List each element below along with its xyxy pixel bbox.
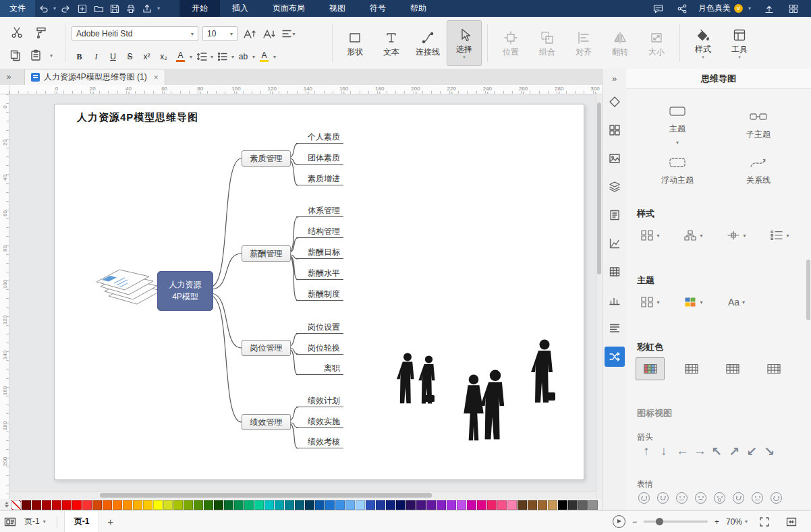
mindmap-leaf[interactable]: 团体素质 (296, 151, 343, 165)
emoji-face-icon[interactable] (695, 492, 706, 504)
image-library-icon[interactable] (605, 148, 625, 169)
mindmap-leaf[interactable]: 薪酬目标 (296, 245, 343, 259)
shape-library-icon[interactable] (605, 92, 625, 112)
mindmap-leaf[interactable]: 绩效计划 (296, 394, 343, 407)
export-dropdown-caret[interactable]: ▾ (155, 5, 162, 11)
page-view-icon[interactable] (0, 516, 20, 527)
vertical-scrollbar-thumb[interactable] (597, 102, 601, 274)
color-swatch[interactable] (275, 500, 284, 510)
arrow-icon[interactable]: ↘ (764, 444, 775, 459)
arrow-icon[interactable]: ← (676, 444, 687, 459)
mindmap-central-node[interactable]: 人力资源 4P模型 (157, 271, 213, 311)
user-dropdown-caret[interactable]: ▾ (746, 5, 753, 11)
color-swatch[interactable] (386, 500, 395, 510)
color-swatch[interactable] (396, 500, 406, 510)
group-button[interactable]: 组合 (530, 20, 565, 66)
mindmap-leaf[interactable]: 素质增进 (296, 172, 343, 185)
layers-icon[interactable] (605, 177, 625, 197)
theme-colors-dropdown[interactable]: ▾ (679, 291, 708, 314)
redo-button[interactable] (58, 0, 74, 17)
color-swatch[interactable] (315, 500, 325, 510)
presentation-play-button[interactable] (613, 515, 625, 528)
user-account[interactable]: 月色真美 V ▾ (698, 3, 753, 14)
bar-chart-icon[interactable] (605, 290, 625, 310)
color-swatch[interactable] (497, 500, 507, 510)
bullet-list-caret[interactable]: ▾ (231, 54, 234, 60)
save-button[interactable] (107, 0, 123, 17)
decrease-font-button[interactable] (261, 26, 277, 41)
ribbon-tab-page-layout[interactable]: 页面布局 (260, 0, 317, 17)
color-swatch[interactable] (214, 500, 223, 510)
panel-collapse-chevrons[interactable]: » (603, 69, 626, 88)
color-swatch[interactable] (42, 500, 51, 510)
paste-dropdown-caret[interactable]: ▾ (50, 53, 53, 59)
underline-button[interactable]: U (105, 49, 121, 64)
ribbon-tab-symbols[interactable]: 符号 (358, 0, 398, 17)
color-swatch[interactable] (578, 500, 588, 510)
color-swatch[interactable] (528, 500, 537, 510)
color-swatch[interactable] (376, 500, 385, 510)
emoji-face-icon[interactable] (733, 492, 744, 504)
ribbon-tab-home[interactable]: 开始 (179, 0, 220, 17)
palette-scroll-buttons[interactable] (2, 500, 11, 510)
drawing-canvas[interactable]: 人力资源4P模型思维导图 人力资源 4P模型 素质管理 薪酬管理 岗位管理 绩效… (9, 94, 596, 499)
highlight-caret[interactable]: ▾ (273, 54, 276, 60)
color-swatch[interactable] (254, 500, 264, 510)
icon-view-section-label[interactable]: 图标视图 (637, 407, 672, 419)
color-swatch[interactable] (548, 500, 557, 510)
mindmap-title[interactable]: 人力资源4P模型思维导图 (77, 111, 198, 124)
palette-scroll-down-icon[interactable] (5, 505, 9, 508)
color-swatch[interactable] (72, 500, 82, 510)
color-swatch[interactable] (467, 500, 476, 510)
connector-button[interactable]: 连接线 (410, 20, 445, 66)
mindmap-leaf[interactable]: 绩效实施 (296, 415, 343, 428)
no-fill-swatch[interactable] (11, 500, 21, 510)
connector-style-dropdown[interactable]: ▾ (722, 224, 751, 247)
color-swatch[interactable] (305, 500, 314, 510)
color-swatch[interactable] (457, 500, 466, 510)
line-spacing-caret[interactable]: ▾ (211, 54, 213, 60)
color-swatch[interactable] (123, 500, 132, 510)
zoom-level[interactable]: 70% ▾ (726, 517, 748, 527)
clipart-library-icon[interactable] (605, 120, 625, 140)
undo-dropdown-caret[interactable]: ▾ (51, 5, 58, 11)
fullscreen-icon[interactable] (754, 516, 775, 527)
ribbon-tab-insert[interactable]: 插入 (220, 0, 260, 17)
color-swatch[interactable] (477, 500, 486, 510)
color-swatch[interactable] (204, 500, 213, 510)
font-color-caret[interactable]: ▾ (190, 54, 192, 60)
subscript-button[interactable]: x₂ (156, 49, 171, 64)
relationship-line-button[interactable]: 关系线 (721, 150, 796, 191)
close-tab-icon[interactable]: × (154, 73, 159, 82)
font-color-button[interactable]: A (173, 49, 188, 64)
paste-button[interactable] (30, 49, 42, 61)
zoom-in-button[interactable]: + (715, 517, 719, 527)
shapes-button[interactable]: 形状 (337, 20, 372, 66)
color-swatch[interactable] (173, 500, 183, 510)
italic-button[interactable]: I (88, 49, 104, 64)
color-swatch[interactable] (426, 500, 436, 510)
color-swatch[interactable] (325, 500, 335, 510)
bullet-list-button[interactable] (215, 49, 230, 64)
color-swatch[interactable] (103, 500, 112, 510)
color-swatch[interactable] (356, 500, 365, 510)
select-button[interactable]: 选择 ▾ (447, 20, 482, 66)
rainbow-option-1[interactable] (636, 357, 665, 380)
tab-list-chevrons[interactable]: » (0, 72, 18, 82)
color-swatch[interactable] (82, 500, 92, 510)
canvas-horizontal-scrollbar[interactable] (9, 491, 596, 499)
arrow-icon[interactable]: ↗ (729, 444, 739, 459)
color-swatch[interactable] (234, 500, 244, 510)
mindmap-leaf[interactable]: 体系管理 (296, 204, 343, 217)
arrow-icon[interactable]: ↑ (641, 444, 652, 459)
palette-scroll-up-icon[interactable] (5, 502, 9, 504)
rainbow-option-4[interactable] (759, 357, 788, 380)
style-button[interactable]: 样式 ▾ (686, 20, 721, 66)
document-page[interactable]: 人力资源4P模型思维导图 人力资源 4P模型 素质管理 薪酬管理 岗位管理 绩效… (54, 104, 584, 480)
cut-button[interactable] (11, 26, 23, 38)
numbering-style-dropdown[interactable]: ▾ (765, 224, 794, 247)
text-block-icon[interactable] (605, 318, 625, 338)
mindmap-leaf[interactable]: 岗位设置 (296, 320, 343, 334)
mindmap-branch-node[interactable]: 素质管理 (242, 150, 291, 167)
color-swatch[interactable] (264, 500, 274, 510)
